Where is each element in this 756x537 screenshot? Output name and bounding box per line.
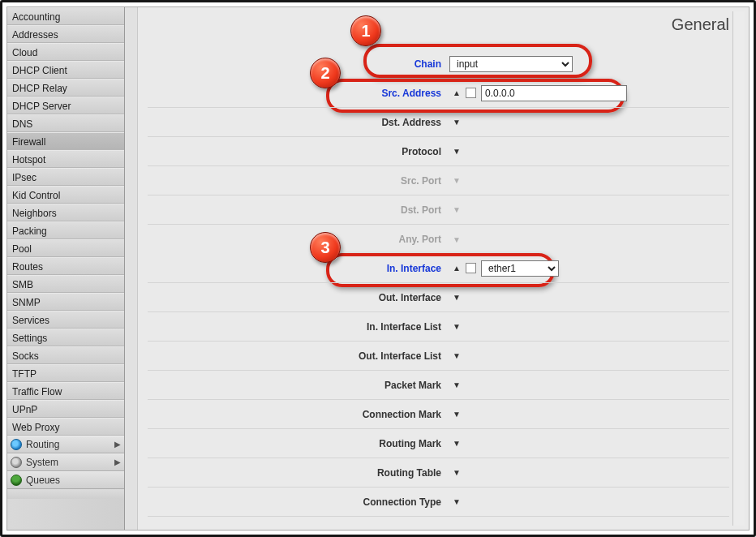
sidebar: Accounting Addresses Cloud DHCP Client D… xyxy=(7,7,125,530)
row-routing-mark: Routing Mark ▼ xyxy=(148,429,729,458)
chevron-down-icon[interactable]: ▼ xyxy=(450,321,463,333)
chevron-up-icon[interactable]: ▲ xyxy=(450,263,463,274)
sidebar-item-dhcp-server[interactable]: DHCP Server xyxy=(7,97,124,114)
row-in-interface: In. Interface ▲ ether1 xyxy=(148,254,729,283)
label-any-port: Any. Port xyxy=(149,234,449,245)
chevron-down-icon[interactable]: ▼ xyxy=(450,409,463,420)
label-in-interface[interactable]: In. Interface xyxy=(387,263,441,274)
label-src-address[interactable]: Src. Address xyxy=(381,88,441,99)
sidebar-item-cloud[interactable]: Cloud xyxy=(7,43,124,61)
sidebar-item-kid-control[interactable]: Kid Control xyxy=(7,186,124,204)
main-panel: General 1 2 3 Chain input Src. Address xyxy=(125,7,749,530)
sidebar-item-hotspot[interactable]: Hotspot xyxy=(7,150,124,168)
chevron-down-icon[interactable]: ▼ xyxy=(450,292,463,303)
sidebar-item-tftp[interactable]: TFTP xyxy=(7,364,124,382)
page-title: General xyxy=(672,15,729,34)
sidebar-item-web-proxy[interactable]: Web Proxy xyxy=(7,418,124,436)
chevron-down-icon: ▼ xyxy=(450,204,463,216)
row-in-iflist: In. Interface List ▼ xyxy=(148,312,729,342)
sidebar-item-firewall[interactable]: Firewall xyxy=(7,132,124,150)
row-routing-table: Routing Table ▼ xyxy=(148,458,729,488)
label-chain[interactable]: Chain xyxy=(415,58,441,70)
sidebar-item-socks[interactable]: Socks xyxy=(7,346,124,364)
label-routing-table: Routing Table xyxy=(149,467,449,479)
row-protocol: Protocol ▼ xyxy=(148,137,729,166)
label-src-port: Src. Port xyxy=(149,175,449,187)
label-routing-mark: Routing Mark xyxy=(149,438,449,449)
routing-icon xyxy=(11,439,22,450)
sidebar-item-settings[interactable]: Settings xyxy=(7,329,124,346)
row-any-port: Any. Port ▼ xyxy=(148,225,729,254)
sidebar-item-addresses[interactable]: Addresses xyxy=(7,25,124,43)
label-protocol: Protocol xyxy=(149,146,449,157)
chevron-right-icon: ▶ xyxy=(114,453,121,471)
sidebar-item-packing[interactable]: Packing xyxy=(7,221,124,239)
chain-select[interactable]: input xyxy=(449,56,573,72)
label-dst-port: Dst. Port xyxy=(149,204,449,216)
row-dst-port: Dst. Port ▼ xyxy=(148,195,729,225)
negate-checkbox[interactable] xyxy=(466,88,476,98)
left-gutter xyxy=(125,7,138,530)
sidebar-item-dhcp-client[interactable]: DHCP Client xyxy=(7,61,124,79)
chevron-down-icon[interactable]: ▼ xyxy=(450,496,463,508)
chevron-down-icon: ▼ xyxy=(450,234,463,245)
sidebar-group-label: System xyxy=(26,453,58,471)
sidebar-item-services[interactable]: Services xyxy=(7,311,124,329)
sidebar-item-pool[interactable]: Pool xyxy=(7,239,124,257)
sidebar-item-routes[interactable]: Routes xyxy=(7,257,124,275)
chevron-down-icon: ▼ xyxy=(450,175,463,187)
sidebar-item-dhcp-relay[interactable]: DHCP Relay xyxy=(7,79,124,97)
chevron-down-icon[interactable]: ▼ xyxy=(450,117,463,128)
row-src-address: Src. Address ▲ xyxy=(148,79,729,108)
row-out-iflist: Out. Interface List ▼ xyxy=(148,342,729,371)
label-out-interface: Out. Interface xyxy=(149,292,449,303)
sidebar-item-traffic-flow[interactable]: Traffic Flow xyxy=(7,382,124,400)
sidebar-item-ipsec[interactable]: IPsec xyxy=(7,168,124,186)
badge-3: 3 xyxy=(310,232,341,263)
sidebar-item-upnp[interactable]: UPnP xyxy=(7,400,124,418)
sidebar-item-neighbors[interactable]: Neighbors xyxy=(7,204,124,221)
vertical-scrollbar[interactable] xyxy=(732,11,745,526)
badge-2: 2 xyxy=(310,58,341,88)
chevron-down-icon[interactable]: ▼ xyxy=(450,467,463,479)
sidebar-group-queues[interactable]: Queues xyxy=(7,471,124,489)
row-dst-address: Dst. Address ▼ xyxy=(148,108,729,137)
label-in-iflist: In. Interface List xyxy=(149,321,449,333)
gear-icon xyxy=(11,457,22,468)
sidebar-item-smb[interactable]: SMB xyxy=(7,275,124,293)
row-conn-mark: Connection Mark ▼ xyxy=(148,400,729,429)
negate-checkbox[interactable] xyxy=(466,263,476,273)
chevron-down-icon[interactable]: ▼ xyxy=(450,350,463,362)
chevron-down-icon[interactable]: ▼ xyxy=(450,146,463,157)
label-conn-mark: Connection Mark xyxy=(149,409,449,420)
sidebar-group-routing[interactable]: Routing ▶ xyxy=(7,436,124,453)
sidebar-item-dns[interactable]: DNS xyxy=(7,114,124,132)
sidebar-group-label: Queues xyxy=(26,471,60,489)
row-src-port: Src. Port ▼ xyxy=(148,166,729,195)
row-packet-mark: Packet Mark ▼ xyxy=(148,371,729,400)
chevron-down-icon[interactable]: ▼ xyxy=(450,380,463,391)
label-dst-address: Dst. Address xyxy=(149,117,449,128)
sidebar-item-snmp[interactable]: SNMP xyxy=(7,293,124,311)
chevron-up-icon[interactable]: ▲ xyxy=(450,88,463,99)
sidebar-item-accounting[interactable]: Accounting xyxy=(7,7,124,25)
form: Chain input Src. Address ▲ Dst. Address … xyxy=(148,49,729,523)
row-out-interface: Out. Interface ▼ xyxy=(148,283,729,312)
src-address-input[interactable] xyxy=(481,85,627,101)
row-chain: Chain input xyxy=(148,49,729,79)
chevron-down-icon[interactable]: ▼ xyxy=(450,438,463,449)
sidebar-group-label: Routing xyxy=(26,436,59,453)
label-conn-type: Connection Type xyxy=(149,496,449,508)
row-conn-type: Connection Type ▼ xyxy=(148,488,729,517)
label-out-iflist: Out. Interface List xyxy=(149,350,449,362)
sidebar-group-system[interactable]: System ▶ xyxy=(7,453,124,471)
badge-1: 1 xyxy=(350,15,381,46)
chevron-right-icon: ▶ xyxy=(114,436,121,453)
tree-icon xyxy=(11,475,22,486)
label-packet-mark: Packet Mark xyxy=(149,380,449,391)
in-interface-select[interactable]: ether1 xyxy=(481,260,559,277)
